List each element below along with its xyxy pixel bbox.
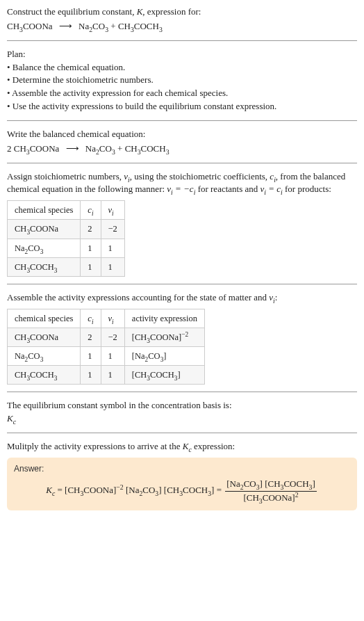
t: , using the stoichiometric coefficients, (130, 171, 270, 182)
col-nui: νi (101, 201, 124, 220)
fraction-denominator: [CH3COONa]2 (225, 492, 317, 505)
product-2: CH3COCH3 (125, 143, 169, 154)
plan-item-3: • Assemble the activity expression for e… (7, 87, 357, 100)
t: for products: (283, 184, 331, 194)
t: for reactants and (195, 184, 260, 194)
arrow-icon: ⟶ (62, 143, 83, 156)
reactant: CH3COONa (14, 143, 60, 154)
plus: + (117, 143, 125, 154)
table-row: CH3COCH3 1 1 (8, 257, 125, 276)
t: Assemble the activity expressions accoun… (7, 292, 269, 303)
divider (7, 433, 357, 433)
cell-ci: 1 (81, 257, 101, 276)
divider (7, 163, 357, 163)
plus: + (110, 21, 118, 31)
answer-expression: Kc = [CH3COONa]−2 [Na2CO3] [CH3COCH3] = … (14, 478, 350, 505)
multiply-text: Mulitply the activity expressions to arr… (7, 440, 357, 453)
basis-text: The equilibrium constant symbol in the c… (7, 399, 357, 412)
plan-item-4-text: Use the activity expressions to build th… (13, 101, 277, 111)
cell-species: Na2CO3 (8, 346, 81, 365)
c: c (13, 418, 16, 426)
plan-item-1-text: Balance the chemical equation. (13, 62, 125, 72)
balanced-intro: Write the balanced chemical equation: (7, 128, 357, 141)
fraction: [Na2CO3] [CH3COCH3] [CH3COONa]2 (225, 478, 317, 505)
K: K (7, 413, 13, 424)
cell-species: CH3COCH3 (8, 366, 81, 385)
plan-item-4: • Use the activity expressions to build … (7, 100, 357, 113)
c-symbol: ci (270, 171, 276, 182)
divider (7, 120, 357, 121)
cell-activity: [CH3COONa]−2 (124, 328, 204, 346)
plan-title: Plan: (7, 48, 357, 61)
cell-nui: 1 (101, 239, 124, 257)
cell-ci: 1 (81, 239, 101, 257)
stoich-table-2: chemical species ci νi activity expressi… (7, 309, 205, 385)
kc-symbol: Kc (46, 485, 55, 495)
cell-nui: 1 (101, 366, 124, 385)
equals: = (55, 485, 65, 495)
assemble-section: Assemble the activity expressions accoun… (7, 291, 357, 385)
product-1: Na2CO3 (78, 21, 108, 31)
col-species: chemical species (8, 201, 81, 220)
col-species: chemical species (8, 309, 81, 328)
cell-ci: 1 (81, 346, 101, 365)
basis-section: The equilibrium constant symbol in the c… (7, 399, 357, 426)
cell-nui: 1 (101, 346, 124, 365)
t: expression: (192, 441, 235, 451)
unbalanced-equation: CH3COONa ⟶ Na2CO3 + CH3COCH3 (7, 20, 357, 33)
nu-symbol: νi (269, 292, 275, 303)
col-activity: activity expression (124, 309, 204, 328)
table-row: Na2CO3 1 1 [Na2CO3] (8, 346, 205, 365)
t: : (275, 292, 278, 303)
plan-section: Plan: • Balance the chemical equation. •… (7, 48, 357, 113)
cell-species: CH3COONa (8, 328, 81, 346)
cell-nui: −2 (101, 328, 124, 346)
cell-activity: [CH3COCH3] (124, 366, 204, 385)
table-row: Na2CO3 1 1 (8, 239, 125, 257)
divider (7, 392, 357, 392)
cell-nui: −2 (101, 220, 124, 239)
cell-ci: 2 (81, 220, 101, 239)
table-row: CH3COONa 2 −2 [CH3COONa]−2 (8, 328, 205, 346)
answer-label: Answer: (14, 463, 350, 475)
cell-nui: 1 (101, 257, 124, 276)
plan-item-3-text: Assemble the activity expression for eac… (12, 88, 228, 98)
product-1: Na2CO3 (85, 143, 115, 154)
product-2: CH3COCH3 (118, 21, 163, 31)
answer-box: Answer: Kc = [CH3COONa]−2 [Na2CO3] [CH3C… (7, 458, 357, 510)
multiply-section: Mulitply the activity expressions to arr… (7, 440, 357, 510)
cell-species: CH3COCH3 (8, 257, 81, 276)
kc-inline: Kc (183, 441, 192, 451)
t: Assign stoichiometric numbers, (7, 171, 124, 182)
table-header-row: chemical species ci νi (8, 201, 125, 220)
plan-item-2: • Determine the stoichiometric numbers. (7, 74, 357, 87)
nu-symbol: νi (124, 171, 130, 182)
cell-ci: 1 (81, 366, 101, 385)
eq-products: νi = ci (260, 184, 283, 194)
prompt-text-2: , expression for: (142, 6, 201, 17)
kc-symbol: Kc (7, 412, 357, 426)
assign-text: Assign stoichiometric numbers, νi, using… (7, 170, 357, 197)
prompt-text-1: Construct the equilibrium constant, (7, 6, 137, 17)
col-ci: ci (81, 309, 101, 328)
reactant: CH3COONa (7, 21, 53, 31)
term2: [Na2CO3] [CH3COCH3] = (124, 485, 224, 495)
assemble-text: Assemble the activity expressions accoun… (7, 291, 357, 305)
eq-reactants: νi = −ci (167, 184, 195, 194)
stoich-table-1: chemical species ci νi CH3COONa 2 −2 Na2… (7, 200, 125, 277)
cell-activity: [Na2CO3] (124, 346, 204, 365)
table-row: CH3COONa 2 −2 (8, 220, 125, 239)
term1: [CH3COONa]−2 (65, 485, 124, 495)
col-nui: νi (101, 309, 124, 328)
problem-statement: Construct the equilibrium constant, K, e… (7, 6, 357, 33)
t: Mulitply the activity expressions to arr… (7, 441, 183, 451)
cell-species: CH3COONa (8, 220, 81, 239)
divider (7, 284, 357, 284)
plan-item-1: • Balance the chemical equation. (7, 61, 357, 74)
arrow-icon: ⟶ (55, 20, 76, 33)
fraction-numerator: [Na2CO3] [CH3COCH3] (225, 478, 317, 492)
cell-ci: 2 (81, 328, 101, 346)
balanced-section: Write the balanced chemical equation: 2 … (7, 128, 357, 156)
assign-section: Assign stoichiometric numbers, νi, using… (7, 170, 357, 277)
K: K (46, 485, 52, 495)
